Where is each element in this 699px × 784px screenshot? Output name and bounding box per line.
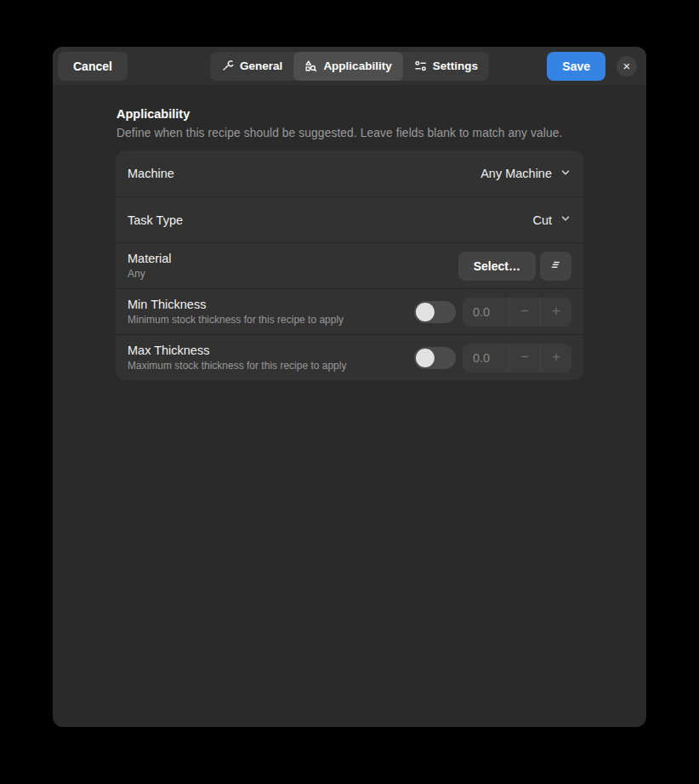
min-thickness-value[interactable]: 0.0 [463,298,509,327]
chevron-down-icon [560,213,571,227]
machine-row[interactable]: Machine Any Machine [116,151,583,196]
plus-icon: + [552,349,560,366]
plus-button[interactable]: + [540,344,571,372]
tab-label: General [240,60,282,72]
max-thickness-value[interactable]: 0.0 [463,344,509,372]
view-switcher: General Applicability [210,52,489,81]
chevron-down-icon [560,167,571,181]
max-thickness-label: Max Thickness [128,344,346,357]
cancel-button[interactable]: Cancel [58,52,128,81]
max-thickness-row: Max Thickness Maximum stock thickness fo… [116,334,583,380]
task-type-row[interactable]: Task Type Cut [116,196,583,242]
min-thickness-spinbutton[interactable]: 0.0 − + [463,298,571,327]
recipe-dialog: Cancel General [53,47,646,727]
tab-general[interactable]: General [210,52,293,81]
max-thickness-spinbutton[interactable]: 0.0 − + [463,344,571,372]
toggles-icon [414,60,427,72]
staggered-lines-icon [549,258,562,274]
tab-label: Applicability [323,60,391,72]
material-select-button[interactable]: Select… [458,252,536,281]
wrench-icon [221,60,234,72]
task-type-label: Task Type [128,213,183,227]
switch-knob [416,303,435,321]
close-icon: × [623,60,631,72]
max-thickness-subtitle: Maximum stock thickness for this recipe … [128,360,346,372]
min-thickness-label: Min Thickness [128,298,344,311]
page-title: Applicability [116,107,583,121]
task-type-selected-value: Cut [532,213,552,227]
material-row: Material Any Select… [116,242,583,288]
tab-settings[interactable]: Settings [403,52,489,81]
minus-button[interactable]: − [509,298,540,327]
min-thickness-row: Min Thickness Minimum stock thickness fo… [116,288,583,334]
applicability-list: Machine Any Machine Task Type [116,151,583,380]
tab-label: Settings [433,60,478,72]
page-description: Define when this recipe should be sugges… [116,127,583,139]
applicability-page: Applicability Define when this recipe sh… [53,85,646,380]
save-button[interactable]: Save [547,52,605,81]
plus-button[interactable]: + [540,298,571,327]
max-thickness-switch[interactable] [414,347,456,369]
material-subtitle: Any [128,268,172,280]
machine-selected-value: Any Machine [480,167,552,180]
machine-label: Machine [128,167,174,180]
machine-dropdown[interactable]: Any Machine [480,167,571,181]
minus-icon: − [520,303,529,320]
header-bar: Cancel General [53,47,646,85]
tab-applicability[interactable]: Applicability [293,52,402,81]
material-list-button[interactable] [540,252,571,281]
switch-knob [416,349,435,367]
minus-button[interactable]: − [509,344,540,372]
close-button[interactable]: × [617,56,637,77]
task-type-dropdown[interactable]: Cut [532,213,571,227]
minus-icon: − [520,349,529,366]
shapes-search-icon [304,60,317,72]
min-thickness-switch[interactable] [414,301,456,323]
material-label: Material [128,252,172,265]
plus-icon: + [552,303,560,320]
min-thickness-subtitle: Minimum stock thickness for this recipe … [128,314,344,326]
